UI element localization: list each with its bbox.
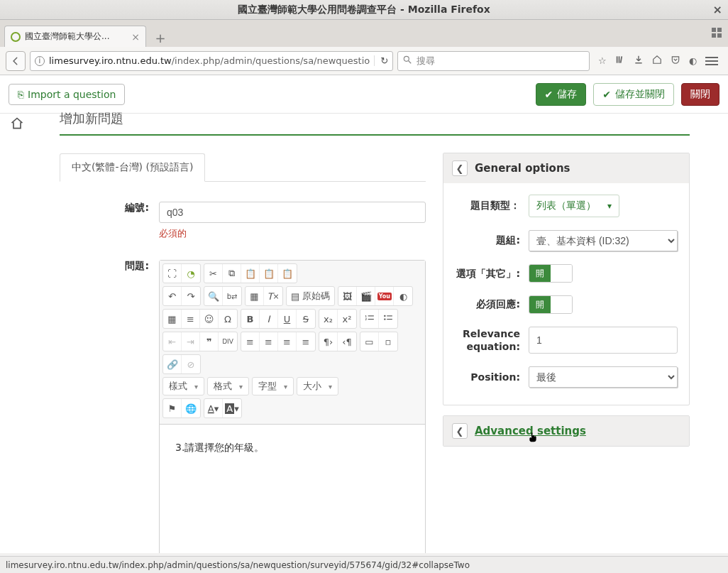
tab-close-icon[interactable]: ×	[131, 31, 140, 43]
source-icon[interactable]: ▤原始碼	[287, 287, 334, 305]
hr-icon[interactable]: ≡	[182, 310, 200, 328]
home-icon[interactable]	[652, 55, 662, 67]
iframe-icon[interactable]: ◐	[394, 287, 412, 305]
general-options-header[interactable]: ❮ General options	[443, 153, 689, 183]
advanced-settings-header[interactable]: ❮ Advanced settings	[443, 416, 689, 446]
action-bar: ⎘ Import a question ✔ 儲存 ✔ 儲存並關閉 關閉	[0, 75, 728, 114]
align-left-icon[interactable]: ≡	[241, 332, 260, 351]
link-icon[interactable]: 🔗	[163, 355, 182, 373]
save-button[interactable]: ✔ 儲存	[536, 83, 587, 106]
group-select[interactable]: 壹、基本資料 (ID:32)	[529, 230, 678, 251]
templates-icon[interactable]: ▭	[360, 332, 379, 351]
numlist-icon[interactable]: 12	[360, 310, 379, 328]
status-url: limesurvey.iro.ntnu.edu.tw/index.php/adm…	[6, 560, 470, 570]
chevron-left-icon[interactable]: ❮	[452, 160, 468, 176]
library-icon[interactable]	[615, 55, 625, 67]
selectall-icon[interactable]: ▦	[246, 287, 264, 305]
size-select[interactable]: 大小▾	[297, 377, 338, 395]
bgcolor-icon[interactable]: A ▾	[223, 399, 241, 418]
find-icon[interactable]: 🔍	[204, 287, 223, 305]
tab-title: 國立臺灣師範大學公...	[25, 31, 109, 43]
bookmark-icon[interactable]: ☆	[598, 55, 607, 66]
save-close-button[interactable]: ✔ 儲存並關閉	[593, 83, 674, 106]
font-select[interactable]: 字型▾	[252, 377, 294, 395]
newpage-icon[interactable]: ▫	[379, 332, 397, 351]
removefmt-icon[interactable]: T×	[264, 287, 282, 305]
bold-icon[interactable]: B	[241, 310, 260, 328]
cut-icon[interactable]: ✂	[204, 264, 223, 283]
align-justify-icon[interactable]: ≡	[297, 332, 315, 351]
left-rail	[0, 114, 34, 156]
question-type-select[interactable]: 列表（單選） ▾	[529, 195, 619, 217]
favicon-icon	[11, 32, 21, 42]
new-tab-button[interactable]: +	[150, 28, 170, 47]
align-center-icon[interactable]: ≡	[260, 332, 278, 351]
url-bar[interactable]: i limesurvey.iro.ntnu.edu.tw/index.php/a…	[30, 51, 393, 71]
blockquote-icon[interactable]: ❞	[200, 332, 219, 351]
div-icon[interactable]: DIV	[219, 332, 237, 351]
maximize-icon[interactable]: ⛶	[163, 264, 182, 283]
bullist-icon[interactable]	[379, 310, 397, 328]
youtube-icon[interactable]: You	[375, 287, 394, 305]
image-icon[interactable]: 🖼	[338, 287, 357, 305]
textcolor-icon[interactable]: A ▾	[204, 399, 223, 418]
lime-icon[interactable]: ◔	[182, 264, 200, 283]
editor-body[interactable]: 3.請選擇您的年級。	[160, 425, 425, 553]
superscript-icon[interactable]: x²	[338, 310, 356, 328]
indent-icon[interactable]: ⇥	[182, 332, 200, 351]
import-question-button[interactable]: ⎘ Import a question	[9, 84, 125, 105]
browser-tab[interactable]: 國立臺灣師範大學公... ×	[4, 26, 146, 47]
window-close-icon[interactable]: ×	[713, 3, 722, 16]
underline-icon[interactable]: U	[278, 310, 297, 328]
chevron-left-icon[interactable]: ❮	[452, 423, 468, 439]
position-select[interactable]: 最後	[529, 366, 678, 388]
unlink-icon[interactable]: ⊘	[182, 355, 200, 373]
paste-word-icon[interactable]: 📋	[278, 264, 297, 283]
globe-icon[interactable]: 🌐	[182, 399, 200, 418]
styles-select[interactable]: 樣式▾	[162, 377, 204, 395]
toggle-on-label: 開	[529, 265, 551, 282]
reload-icon[interactable]: ↻	[374, 55, 388, 66]
search-bar[interactable]: 搜尋	[397, 51, 590, 71]
save-label: 儲存	[557, 88, 577, 101]
close-button[interactable]: 關閉	[681, 83, 719, 106]
tab-overflow-icon[interactable]	[711, 27, 722, 38]
redo-icon[interactable]: ↷	[182, 287, 200, 305]
paste-text-icon[interactable]: 📋	[260, 264, 278, 283]
undo-icon[interactable]: ↶	[163, 287, 182, 305]
table-icon[interactable]: ▦	[163, 310, 182, 328]
replace-icon[interactable]: b⇄	[223, 287, 241, 305]
copy-icon[interactable]: ⧉	[223, 264, 241, 283]
code-input[interactable]	[159, 202, 426, 223]
mandatory-toggle[interactable]: 開	[529, 295, 573, 314]
svg-rect-8	[619, 56, 622, 62]
search-placeholder: 搜尋	[417, 55, 435, 67]
navbar-icons: ☆ ◐	[594, 55, 722, 67]
download-icon[interactable]	[634, 55, 644, 67]
menu-icon[interactable]	[705, 57, 718, 65]
specialchar-icon[interactable]: Ω	[219, 310, 237, 328]
home-rail-icon[interactable]	[10, 114, 24, 133]
window-title: 國立臺灣師範大學公用問卷調查平台 - Mozilla Firefox	[238, 4, 490, 16]
emoji-icon[interactable]: ☺	[200, 310, 219, 328]
other-toggle[interactable]: 開	[529, 264, 573, 283]
question-label: 問題:	[60, 260, 159, 553]
relevance-input[interactable]	[529, 327, 678, 354]
flash-icon[interactable]: 🎬	[357, 287, 375, 305]
nav-back-button[interactable]	[6, 51, 26, 71]
outdent-icon[interactable]: ⇤	[163, 332, 182, 351]
rtl-icon[interactable]: ‹¶	[338, 332, 356, 351]
options-column: ❮ General options 題目類型： 列表（單選） ▾	[443, 153, 690, 553]
format-select[interactable]: 格式▾	[207, 377, 249, 395]
info-icon[interactable]: i	[35, 56, 45, 66]
italic-icon[interactable]: I	[260, 310, 278, 328]
paste-icon[interactable]: 📋	[241, 264, 260, 283]
pocket-icon[interactable]	[671, 55, 680, 67]
ltr-icon[interactable]: ¶›	[319, 332, 338, 351]
strike-icon[interactable]: S	[297, 310, 315, 328]
language-tab[interactable]: 中文(繁體-台灣) (預設語言)	[60, 153, 205, 182]
anchor-icon[interactable]: ⚑	[163, 399, 182, 418]
align-right-icon[interactable]: ≡	[278, 332, 297, 351]
night-icon[interactable]: ◐	[689, 55, 697, 66]
subscript-icon[interactable]: x₂	[319, 310, 338, 328]
